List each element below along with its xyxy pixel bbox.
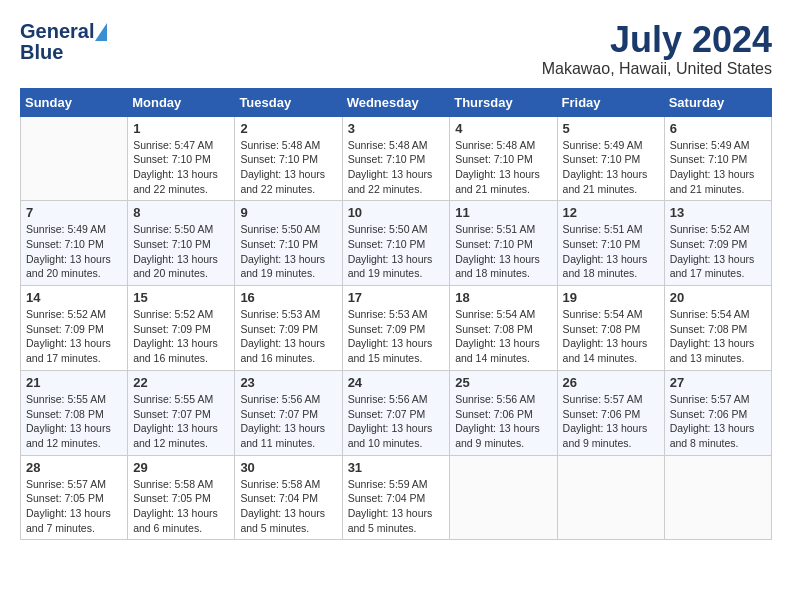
calendar-cell: 27Sunrise: 5:57 AM Sunset: 7:06 PM Dayli… bbox=[664, 370, 771, 455]
header-wednesday: Wednesday bbox=[342, 88, 450, 116]
day-info: Sunrise: 5:56 AM Sunset: 7:07 PM Dayligh… bbox=[240, 392, 336, 451]
day-number: 7 bbox=[26, 205, 122, 220]
day-info: Sunrise: 5:49 AM Sunset: 7:10 PM Dayligh… bbox=[670, 138, 766, 197]
day-info: Sunrise: 5:56 AM Sunset: 7:06 PM Dayligh… bbox=[455, 392, 551, 451]
day-info: Sunrise: 5:57 AM Sunset: 7:06 PM Dayligh… bbox=[670, 392, 766, 451]
day-number: 4 bbox=[455, 121, 551, 136]
day-number: 2 bbox=[240, 121, 336, 136]
day-info: Sunrise: 5:54 AM Sunset: 7:08 PM Dayligh… bbox=[455, 307, 551, 366]
day-info: Sunrise: 5:57 AM Sunset: 7:06 PM Dayligh… bbox=[563, 392, 659, 451]
logo-blue-text: Blue bbox=[20, 41, 63, 64]
day-info: Sunrise: 5:52 AM Sunset: 7:09 PM Dayligh… bbox=[133, 307, 229, 366]
day-number: 27 bbox=[670, 375, 766, 390]
calendar-cell: 7Sunrise: 5:49 AM Sunset: 7:10 PM Daylig… bbox=[21, 201, 128, 286]
day-number: 28 bbox=[26, 460, 122, 475]
day-number: 17 bbox=[348, 290, 445, 305]
day-info: Sunrise: 5:50 AM Sunset: 7:10 PM Dayligh… bbox=[133, 222, 229, 281]
day-number: 6 bbox=[670, 121, 766, 136]
logo-general-text: General bbox=[20, 20, 94, 43]
calendar-cell: 19Sunrise: 5:54 AM Sunset: 7:08 PM Dayli… bbox=[557, 286, 664, 371]
page-title: July 2024 bbox=[542, 20, 772, 60]
day-info: Sunrise: 5:56 AM Sunset: 7:07 PM Dayligh… bbox=[348, 392, 445, 451]
calendar-week-1: 1Sunrise: 5:47 AM Sunset: 7:10 PM Daylig… bbox=[21, 116, 772, 201]
day-info: Sunrise: 5:52 AM Sunset: 7:09 PM Dayligh… bbox=[670, 222, 766, 281]
day-number: 26 bbox=[563, 375, 659, 390]
day-info: Sunrise: 5:55 AM Sunset: 7:08 PM Dayligh… bbox=[26, 392, 122, 451]
day-number: 10 bbox=[348, 205, 445, 220]
logo-flag-icon bbox=[95, 23, 107, 41]
calendar-cell: 11Sunrise: 5:51 AM Sunset: 7:10 PM Dayli… bbox=[450, 201, 557, 286]
calendar-cell: 8Sunrise: 5:50 AM Sunset: 7:10 PM Daylig… bbox=[128, 201, 235, 286]
calendar-cell bbox=[21, 116, 128, 201]
calendar-cell: 4Sunrise: 5:48 AM Sunset: 7:10 PM Daylig… bbox=[450, 116, 557, 201]
logo: General Blue bbox=[20, 20, 107, 64]
calendar-cell: 1Sunrise: 5:47 AM Sunset: 7:10 PM Daylig… bbox=[128, 116, 235, 201]
day-number: 24 bbox=[348, 375, 445, 390]
calendar-cell: 14Sunrise: 5:52 AM Sunset: 7:09 PM Dayli… bbox=[21, 286, 128, 371]
day-info: Sunrise: 5:48 AM Sunset: 7:10 PM Dayligh… bbox=[240, 138, 336, 197]
day-info: Sunrise: 5:59 AM Sunset: 7:04 PM Dayligh… bbox=[348, 477, 445, 536]
calendar-cell: 29Sunrise: 5:58 AM Sunset: 7:05 PM Dayli… bbox=[128, 455, 235, 540]
calendar-cell: 30Sunrise: 5:58 AM Sunset: 7:04 PM Dayli… bbox=[235, 455, 342, 540]
day-number: 8 bbox=[133, 205, 229, 220]
day-info: Sunrise: 5:50 AM Sunset: 7:10 PM Dayligh… bbox=[348, 222, 445, 281]
day-info: Sunrise: 5:48 AM Sunset: 7:10 PM Dayligh… bbox=[348, 138, 445, 197]
day-info: Sunrise: 5:48 AM Sunset: 7:10 PM Dayligh… bbox=[455, 138, 551, 197]
day-info: Sunrise: 5:55 AM Sunset: 7:07 PM Dayligh… bbox=[133, 392, 229, 451]
calendar-cell bbox=[664, 455, 771, 540]
calendar-cell bbox=[450, 455, 557, 540]
day-number: 19 bbox=[563, 290, 659, 305]
calendar-week-3: 14Sunrise: 5:52 AM Sunset: 7:09 PM Dayli… bbox=[21, 286, 772, 371]
header-tuesday: Tuesday bbox=[235, 88, 342, 116]
day-info: Sunrise: 5:51 AM Sunset: 7:10 PM Dayligh… bbox=[563, 222, 659, 281]
day-number: 23 bbox=[240, 375, 336, 390]
day-info: Sunrise: 5:58 AM Sunset: 7:04 PM Dayligh… bbox=[240, 477, 336, 536]
day-number: 11 bbox=[455, 205, 551, 220]
calendar-cell: 18Sunrise: 5:54 AM Sunset: 7:08 PM Dayli… bbox=[450, 286, 557, 371]
day-info: Sunrise: 5:53 AM Sunset: 7:09 PM Dayligh… bbox=[348, 307, 445, 366]
header-thursday: Thursday bbox=[450, 88, 557, 116]
day-info: Sunrise: 5:57 AM Sunset: 7:05 PM Dayligh… bbox=[26, 477, 122, 536]
calendar-cell: 12Sunrise: 5:51 AM Sunset: 7:10 PM Dayli… bbox=[557, 201, 664, 286]
day-info: Sunrise: 5:54 AM Sunset: 7:08 PM Dayligh… bbox=[563, 307, 659, 366]
calendar-week-2: 7Sunrise: 5:49 AM Sunset: 7:10 PM Daylig… bbox=[21, 201, 772, 286]
day-info: Sunrise: 5:51 AM Sunset: 7:10 PM Dayligh… bbox=[455, 222, 551, 281]
day-number: 30 bbox=[240, 460, 336, 475]
calendar-cell: 31Sunrise: 5:59 AM Sunset: 7:04 PM Dayli… bbox=[342, 455, 450, 540]
calendar-cell: 16Sunrise: 5:53 AM Sunset: 7:09 PM Dayli… bbox=[235, 286, 342, 371]
day-number: 12 bbox=[563, 205, 659, 220]
calendar-cell: 21Sunrise: 5:55 AM Sunset: 7:08 PM Dayli… bbox=[21, 370, 128, 455]
day-info: Sunrise: 5:54 AM Sunset: 7:08 PM Dayligh… bbox=[670, 307, 766, 366]
calendar-cell: 15Sunrise: 5:52 AM Sunset: 7:09 PM Dayli… bbox=[128, 286, 235, 371]
day-number: 3 bbox=[348, 121, 445, 136]
day-info: Sunrise: 5:49 AM Sunset: 7:10 PM Dayligh… bbox=[563, 138, 659, 197]
day-number: 16 bbox=[240, 290, 336, 305]
calendar-cell: 26Sunrise: 5:57 AM Sunset: 7:06 PM Dayli… bbox=[557, 370, 664, 455]
day-info: Sunrise: 5:53 AM Sunset: 7:09 PM Dayligh… bbox=[240, 307, 336, 366]
calendar-cell: 24Sunrise: 5:56 AM Sunset: 7:07 PM Dayli… bbox=[342, 370, 450, 455]
calendar-table: Sunday Monday Tuesday Wednesday Thursday… bbox=[20, 88, 772, 541]
calendar-week-4: 21Sunrise: 5:55 AM Sunset: 7:08 PM Dayli… bbox=[21, 370, 772, 455]
day-info: Sunrise: 5:58 AM Sunset: 7:05 PM Dayligh… bbox=[133, 477, 229, 536]
header-friday: Friday bbox=[557, 88, 664, 116]
day-number: 25 bbox=[455, 375, 551, 390]
header-saturday: Saturday bbox=[664, 88, 771, 116]
day-number: 22 bbox=[133, 375, 229, 390]
calendar-cell: 17Sunrise: 5:53 AM Sunset: 7:09 PM Dayli… bbox=[342, 286, 450, 371]
calendar-cell: 23Sunrise: 5:56 AM Sunset: 7:07 PM Dayli… bbox=[235, 370, 342, 455]
day-number: 13 bbox=[670, 205, 766, 220]
day-number: 18 bbox=[455, 290, 551, 305]
page-header: General Blue July 2024 Makawao, Hawaii, … bbox=[20, 20, 772, 78]
calendar-cell: 3Sunrise: 5:48 AM Sunset: 7:10 PM Daylig… bbox=[342, 116, 450, 201]
day-number: 20 bbox=[670, 290, 766, 305]
day-number: 29 bbox=[133, 460, 229, 475]
calendar-cell: 25Sunrise: 5:56 AM Sunset: 7:06 PM Dayli… bbox=[450, 370, 557, 455]
header-sunday: Sunday bbox=[21, 88, 128, 116]
title-block: July 2024 Makawao, Hawaii, United States bbox=[542, 20, 772, 78]
calendar-cell: 2Sunrise: 5:48 AM Sunset: 7:10 PM Daylig… bbox=[235, 116, 342, 201]
calendar-week-5: 28Sunrise: 5:57 AM Sunset: 7:05 PM Dayli… bbox=[21, 455, 772, 540]
calendar-cell: 13Sunrise: 5:52 AM Sunset: 7:09 PM Dayli… bbox=[664, 201, 771, 286]
header-monday: Monday bbox=[128, 88, 235, 116]
calendar-cell: 20Sunrise: 5:54 AM Sunset: 7:08 PM Dayli… bbox=[664, 286, 771, 371]
day-number: 9 bbox=[240, 205, 336, 220]
